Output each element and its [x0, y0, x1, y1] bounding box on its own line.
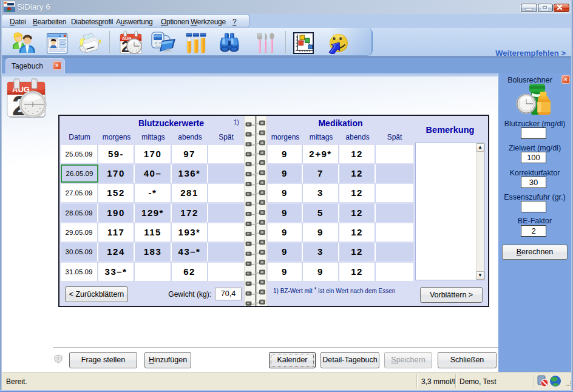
svg-text:?: ?: [56, 356, 59, 362]
